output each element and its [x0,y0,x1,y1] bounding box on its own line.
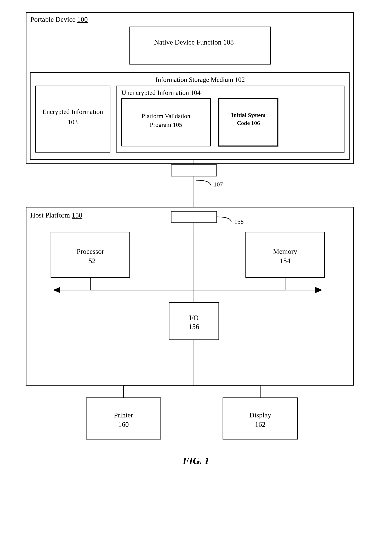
main-diagram: Portable Device 100 Native Device Functi… [20,8,372,518]
portable-device-label: Portable Device 100 [30,15,88,23]
connector-107-label: 107 [214,181,223,188]
io-number: 156 [189,323,199,330]
diagram-container: Portable Device 100 Native Device Functi… [20,8,372,518]
memory-label: Memory [273,248,297,255]
storage-medium-label: Information Storage Medium 102 [155,76,245,83]
encrypted-info-label: Encrypted Information [42,108,103,115]
native-device-label: Native Device Function 108 [154,38,234,46]
processor-number: 152 [85,257,96,264]
printer-label: Printer [114,411,133,419]
io-label: I/O [189,314,198,321]
figure-caption: FIG. 1 [182,455,209,466]
encrypted-info-number: 103 [68,118,78,126]
isc-label: Initial System [231,112,266,118]
svg-rect-12 [171,211,217,223]
host-platform-label: Host Platform 150 [30,211,82,219]
pvp-number: Program 105 [150,121,182,128]
pvp-label: Platform Validation [141,112,190,119]
display-label: Display [249,411,271,419]
unencrypted-info-label: Unencrypted Information 104 [121,89,201,96]
printer-number: 160 [118,421,129,428]
display-number: 162 [255,421,266,428]
processor-label: Processor [77,248,104,255]
svg-rect-7 [171,165,217,176]
isc-number: Code 106 [237,120,260,126]
connector-158-label: 158 [234,218,244,225]
memory-number: 154 [280,257,290,264]
